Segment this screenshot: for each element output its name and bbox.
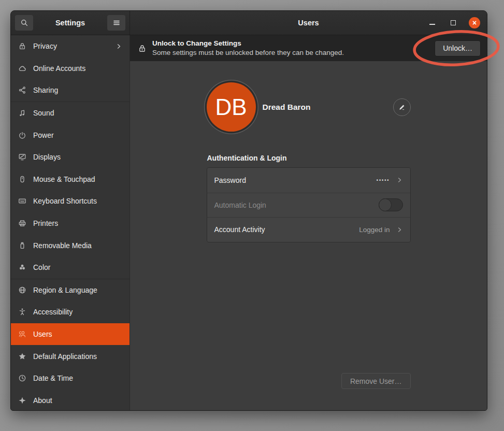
page-title: Users (298, 19, 319, 27)
sidebar-item-label: Sharing (33, 86, 122, 94)
pencil-icon (398, 104, 406, 111)
music-icon (18, 109, 26, 117)
minimize-button[interactable] (426, 17, 438, 28)
display-icon (18, 153, 26, 161)
sidebar-item-label: Power (33, 131, 122, 139)
sidebar-item-sharing[interactable]: Sharing (11, 79, 129, 102)
sidebar-item-label: Privacy (33, 42, 109, 50)
titlebar: Settings Users × (11, 11, 487, 35)
user-fullname: Dread Baron (263, 103, 311, 112)
sidebar-item-date-time[interactable]: Date & Time (11, 367, 129, 390)
sidebar-item-about[interactable]: About (11, 390, 129, 411)
globe-icon (18, 286, 26, 294)
settings-window: Settings Users × PrivacyOnline AccountsS… (10, 10, 487, 411)
avatar-initials: DB (215, 94, 247, 120)
desktop-background: Settings Users × PrivacyOnline AccountsS… (0, 0, 504, 431)
accessibility-icon (18, 308, 26, 316)
sidebar-item-mouse-touchpad[interactable]: Mouse & Touchpad (11, 168, 129, 191)
sidebar-item-label: Printers (33, 219, 122, 227)
usb-icon (18, 241, 26, 250)
sidebar: PrivacyOnline AccountsSharingSoundPowerD… (11, 35, 130, 410)
star-icon (18, 352, 26, 361)
automatic-login-row[interactable]: Automatic Login (207, 193, 410, 218)
section-heading: Authentication & Login (207, 154, 411, 162)
user-card: DB Dread Baron (207, 82, 411, 132)
sidebar-item-region-language[interactable]: Region & Language (11, 279, 129, 301)
banner-title: Unlock to Change Settings (152, 39, 344, 48)
menu-button[interactable] (107, 15, 125, 31)
close-icon: × (472, 19, 477, 26)
row-label: Account Activity (214, 225, 359, 234)
maximize-button[interactable] (448, 17, 459, 28)
cloud-icon (18, 64, 26, 73)
search-button[interactable] (15, 15, 33, 31)
sidebar-item-label: Keyboard Shortcuts (33, 197, 122, 205)
minimize-icon (429, 24, 435, 25)
toggle-knob (379, 198, 392, 211)
sidebar-item-users[interactable]: Users (11, 323, 129, 346)
main-header: Users × (130, 11, 487, 35)
sidebar-item-label: Accessibility (33, 308, 122, 316)
search-icon (20, 19, 28, 27)
sidebar-item-displays[interactable]: Displays (11, 146, 129, 168)
sidebar-item-keyboard-shortcuts[interactable]: Keyboard Shortcuts (11, 190, 129, 212)
sidebar-item-privacy[interactable]: Privacy (11, 35, 129, 58)
sidebar-item-label: Default Applications (33, 352, 122, 361)
sidebar-item-removable-media[interactable]: Removable Media (11, 234, 129, 256)
keyboard-icon (18, 197, 26, 205)
edit-name-button[interactable] (393, 98, 411, 116)
row-value: Logged in (359, 226, 390, 234)
sidebar-item-accessibility[interactable]: Accessibility (11, 301, 129, 323)
avatar[interactable]: DB (207, 82, 256, 132)
sidebar-item-label: Mouse & Touchpad (33, 175, 122, 183)
sidebar-item-label: Color (33, 263, 122, 271)
row-label: Automatic Login (214, 201, 379, 209)
hamburger-icon (112, 19, 121, 27)
chevron-right-icon (116, 43, 122, 50)
sidebar-item-label: Users (33, 330, 122, 338)
share-icon (18, 86, 26, 94)
maximize-icon (451, 20, 456, 25)
sidebar-item-online-accounts[interactable]: Online Accounts (11, 58, 129, 80)
sidebar-item-power[interactable]: Power (11, 124, 129, 146)
close-button[interactable]: × (469, 17, 480, 28)
sidebar-item-label: Removable Media (33, 241, 122, 250)
power-icon (18, 131, 26, 139)
password-row[interactable]: Password••••• (207, 168, 410, 193)
app-title: Settings (33, 19, 107, 27)
sidebar-item-label: Displays (33, 153, 122, 161)
users-icon (18, 330, 26, 338)
sidebar-item-label: Region & Language (33, 286, 122, 294)
automatic-login-toggle[interactable] (379, 198, 403, 211)
sidebar-item-color[interactable]: Color (11, 256, 129, 279)
mouse-icon (18, 175, 26, 183)
sidebar-item-label: Online Accounts (33, 64, 122, 73)
lock-icon (18, 42, 26, 50)
auth-listbox: Password•••••Automatic LoginAccount Acti… (207, 167, 411, 242)
chevron-right-icon (396, 177, 403, 183)
remove-user-button[interactable]: Remove User… (341, 373, 411, 389)
color-icon (18, 263, 26, 271)
unlock-button[interactable]: Unlock… (435, 40, 481, 56)
account-activity-row[interactable]: Account ActivityLogged in (207, 217, 410, 242)
printer-icon (18, 219, 26, 227)
sidebar-item-sound[interactable]: Sound (11, 102, 129, 124)
banner-subtitle: Some settings must be unlocked before th… (152, 48, 344, 58)
row-label: Password (214, 176, 377, 184)
sidebar-item-default-applications[interactable]: Default Applications (11, 345, 129, 367)
lock-icon (138, 44, 147, 53)
chevron-right-icon (396, 226, 403, 233)
sidebar-item-label: About (33, 396, 122, 405)
unlock-banner: Unlock to Change Settings Some settings … (130, 35, 487, 61)
users-panel: Unlock to Change Settings Some settings … (130, 35, 487, 410)
sidebar-item-printers[interactable]: Printers (11, 212, 129, 235)
sidebar-item-label: Date & Time (33, 374, 122, 382)
clock-icon (18, 374, 26, 382)
row-value: ••••• (377, 178, 390, 183)
window-controls: × (426, 11, 480, 35)
sparkle-icon (18, 396, 26, 405)
user-page: DB Dread Baron Authentication & Login Pa… (207, 61, 411, 410)
sidebar-item-label: Sound (33, 109, 122, 117)
sidebar-header: Settings (11, 11, 130, 35)
